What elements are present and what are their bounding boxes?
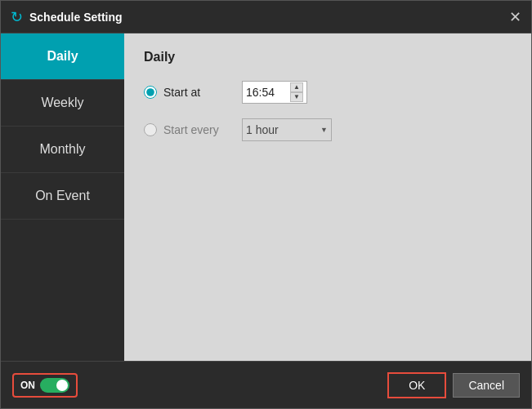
ok-button[interactable]: OK	[387, 372, 446, 398]
sidebar-label-daily: Daily	[47, 49, 78, 64]
start-every-radio-label[interactable]: Start every	[144, 123, 242, 136]
toggle-thumb	[56, 380, 68, 391]
start-at-radio[interactable]	[144, 86, 157, 99]
bottom-bar: ON OK Cancel	[1, 361, 531, 408]
interval-select-wrapper: 1 hour 2 hours 3 hours 6 hours 12 hours	[242, 118, 332, 141]
sidebar-label-on-event: On Event	[35, 189, 90, 203]
spin-buttons: ▲ ▼	[290, 82, 303, 102]
close-button[interactable]: ✕	[509, 8, 521, 26]
sidebar-item-on-event[interactable]: On Event	[1, 173, 124, 220]
start-every-radio[interactable]	[144, 123, 157, 136]
time-input[interactable]	[246, 86, 287, 99]
start-every-label: Start every	[163, 123, 219, 136]
start-at-row: Start at ▲ ▼	[144, 79, 512, 105]
schedule-icon: ↻	[11, 8, 23, 26]
content-area: Daily Start at ▲ ▼	[124, 33, 531, 361]
toggle-label: ON	[20, 380, 35, 391]
main-content: Daily Weekly Monthly On Event Daily Star…	[1, 33, 531, 361]
start-at-label: Start at	[163, 86, 200, 99]
sidebar-item-weekly[interactable]: Weekly	[1, 80, 124, 127]
sidebar-label-weekly: Weekly	[41, 96, 83, 110]
toggle-track[interactable]	[40, 378, 69, 393]
start-at-radio-label[interactable]: Start at	[144, 86, 242, 99]
start-every-row: Start every 1 hour 2 hours 3 hours 6 hou…	[144, 117, 512, 143]
toggle-wrapper[interactable]: ON	[12, 373, 78, 398]
interval-select[interactable]: 1 hour 2 hours 3 hours 6 hours 12 hours	[242, 118, 332, 141]
time-down-button[interactable]: ▼	[290, 92, 303, 102]
dialog-title: Schedule Setting	[29, 11, 509, 24]
title-bar: ↻ Schedule Setting ✕	[1, 1, 531, 33]
time-input-wrapper: ▲ ▼	[242, 81, 307, 104]
sidebar-item-monthly[interactable]: Monthly	[1, 127, 124, 173]
cancel-button[interactable]: Cancel	[453, 373, 520, 398]
sidebar-item-daily[interactable]: Daily	[1, 33, 124, 80]
sidebar-label-monthly: Monthly	[39, 142, 85, 157]
content-title: Daily	[144, 50, 512, 64]
time-up-button[interactable]: ▲	[290, 82, 303, 92]
sidebar: Daily Weekly Monthly On Event	[1, 33, 124, 361]
schedule-setting-dialog: ↻ Schedule Setting ✕ Daily Weekly Monthl…	[0, 0, 532, 409]
